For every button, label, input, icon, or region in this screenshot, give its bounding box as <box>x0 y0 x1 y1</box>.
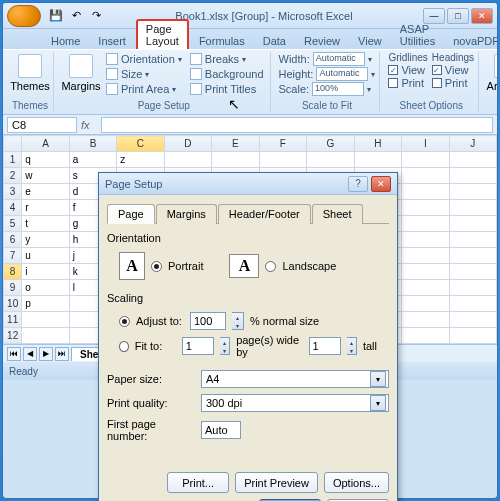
ribbon-tab-formulas[interactable]: Formulas <box>191 33 253 49</box>
firstpage-input[interactable]: Auto <box>201 421 241 439</box>
row-header-6[interactable]: 6 <box>4 232 22 248</box>
adjust-value-input[interactable]: 100 <box>190 312 226 330</box>
cell-G1[interactable] <box>307 152 354 168</box>
row-header-3[interactable]: 3 <box>4 184 22 200</box>
undo-icon[interactable]: ↶ <box>67 7 85 25</box>
cell-J4[interactable] <box>449 200 496 216</box>
gridlines-print-check[interactable]: Print <box>388 77 427 89</box>
maximize-button[interactable]: □ <box>447 8 469 24</box>
fit-tall-spinner[interactable]: ▴▾ <box>347 337 357 355</box>
col-header-A[interactable]: A <box>22 136 69 152</box>
arrange-button[interactable]: Arrange <box>487 52 498 94</box>
ribbon-tab-asaputilities[interactable]: ASAP Utilities <box>392 21 443 49</box>
col-header-I[interactable]: I <box>402 136 449 152</box>
ribbon-tab-pagelayout[interactable]: Page Layout <box>136 19 189 49</box>
dialog-help-button[interactable]: ? <box>348 176 368 192</box>
row-header-2[interactable]: 2 <box>4 168 22 184</box>
cell-A4[interactable]: r <box>22 200 69 216</box>
margins-button[interactable]: Margins <box>62 52 100 94</box>
cell-J1[interactable] <box>449 152 496 168</box>
select-all[interactable] <box>4 136 22 152</box>
orientation-button[interactable]: Orientation▾ <box>104 52 184 66</box>
gridlines-view-check[interactable]: ✓View <box>388 64 427 76</box>
cell-A8[interactable]: i <box>22 264 69 280</box>
cell-A3[interactable]: e <box>22 184 69 200</box>
row-header-11[interactable]: 11 <box>4 312 22 328</box>
cell-A6[interactable]: y <box>22 232 69 248</box>
cell-I9[interactable] <box>402 280 449 296</box>
printarea-button[interactable]: Print Area▾ <box>104 82 184 96</box>
row-header-8[interactable]: 8 <box>4 264 22 280</box>
cell-I12[interactable] <box>402 328 449 344</box>
cell-A1[interactable]: q <box>22 152 69 168</box>
ribbon-tab-view[interactable]: View <box>350 33 390 49</box>
row-header-5[interactable]: 5 <box>4 216 22 232</box>
cell-J2[interactable] <box>449 168 496 184</box>
cell-I5[interactable] <box>402 216 449 232</box>
print-button[interactable]: Print... <box>167 472 229 493</box>
row-header-4[interactable]: 4 <box>4 200 22 216</box>
col-header-H[interactable]: H <box>354 136 401 152</box>
fit-wide-input[interactable]: 1 <box>182 337 214 355</box>
height-select[interactable]: Automatic <box>316 67 368 81</box>
cell-I7[interactable] <box>402 248 449 264</box>
cell-H1[interactable] <box>354 152 401 168</box>
row-header-12[interactable]: 12 <box>4 328 22 344</box>
cell-C1[interactable]: z <box>117 152 164 168</box>
col-header-C[interactable]: C <box>117 136 164 152</box>
options-button[interactable]: Options... <box>324 472 389 493</box>
ribbon-tab-data[interactable]: Data <box>255 33 294 49</box>
print-preview-button[interactable]: Print Preview <box>235 472 318 493</box>
portrait-radio[interactable] <box>151 261 162 272</box>
cell-A5[interactable]: t <box>22 216 69 232</box>
cell-F1[interactable] <box>259 152 306 168</box>
cell-I10[interactable] <box>402 296 449 312</box>
col-header-G[interactable]: G <box>307 136 354 152</box>
scale-input[interactable]: 100% <box>312 82 364 96</box>
cell-I8[interactable] <box>402 264 449 280</box>
name-box[interactable]: C8 <box>7 117 77 133</box>
cell-A2[interactable]: w <box>22 168 69 184</box>
cell-J10[interactable] <box>449 296 496 312</box>
ribbon-tab-home[interactable]: Home <box>43 33 88 49</box>
save-icon[interactable]: 💾 <box>47 7 65 25</box>
cell-J9[interactable] <box>449 280 496 296</box>
print-quality-select[interactable]: 300 dpi <box>201 394 389 412</box>
cell-J7[interactable] <box>449 248 496 264</box>
dialog-tab-sheet[interactable]: Sheet <box>312 204 363 224</box>
cell-A10[interactable]: p <box>22 296 69 312</box>
cell-A9[interactable]: o <box>22 280 69 296</box>
fit-wide-spinner[interactable]: ▴▾ <box>220 337 230 355</box>
cell-I3[interactable] <box>402 184 449 200</box>
row-header-10[interactable]: 10 <box>4 296 22 312</box>
cell-A11[interactable] <box>22 312 69 328</box>
adjust-spinner[interactable]: ▴▾ <box>232 312 244 330</box>
cell-I1[interactable] <box>402 152 449 168</box>
cell-E1[interactable] <box>212 152 259 168</box>
cell-A12[interactable] <box>22 328 69 344</box>
cell-J12[interactable] <box>449 328 496 344</box>
dialog-close-button[interactable]: ✕ <box>371 176 391 192</box>
landscape-radio[interactable] <box>265 261 276 272</box>
sheet-nav-first[interactable]: ⏮ <box>7 347 21 361</box>
col-header-B[interactable]: B <box>69 136 116 152</box>
col-header-D[interactable]: D <box>164 136 211 152</box>
width-select[interactable]: Automatic <box>313 52 365 66</box>
col-header-J[interactable]: J <box>449 136 496 152</box>
cell-D1[interactable] <box>164 152 211 168</box>
ribbon-tab-insert[interactable]: Insert <box>90 33 134 49</box>
paper-size-select[interactable]: A4 <box>201 370 389 388</box>
sheet-nav-prev[interactable]: ◀ <box>23 347 37 361</box>
printtitles-button[interactable]: Print Titles <box>188 82 266 96</box>
headings-view-check[interactable]: ✓View <box>432 64 474 76</box>
size-button[interactable]: Size▾ <box>104 67 184 81</box>
ribbon-tab-review[interactable]: Review <box>296 33 348 49</box>
cell-I11[interactable] <box>402 312 449 328</box>
cell-I6[interactable] <box>402 232 449 248</box>
col-header-E[interactable]: E <box>212 136 259 152</box>
row-header-1[interactable]: 1 <box>4 152 22 168</box>
cell-A7[interactable]: u <box>22 248 69 264</box>
cell-J11[interactable] <box>449 312 496 328</box>
dialog-titlebar[interactable]: Page Setup ? ✕ <box>99 173 397 195</box>
formula-input[interactable] <box>101 117 493 133</box>
